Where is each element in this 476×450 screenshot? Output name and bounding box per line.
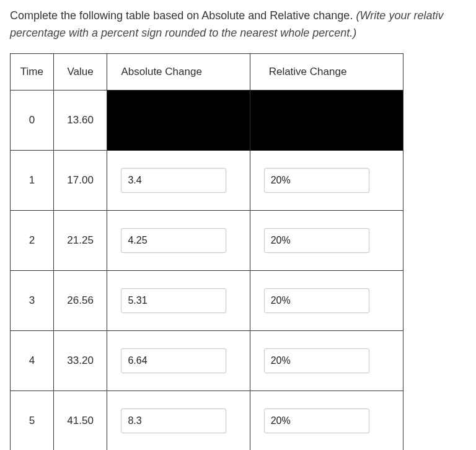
cell-value: 33.20	[53, 330, 107, 390]
header-absolute: Absolute Change	[107, 53, 250, 90]
cell-absolute-blocked	[107, 90, 250, 150]
table-row: 0 13.60	[11, 90, 403, 150]
relative-change-input[interactable]	[264, 408, 369, 433]
change-table: Time Value Absolute Change Relative Chan…	[10, 53, 403, 450]
question-prompt: Complete the following table based on Ab…	[10, 7, 466, 42]
absolute-change-input[interactable]	[121, 168, 226, 193]
table-row: 4 33.20	[11, 330, 403, 390]
cell-time: 4	[11, 330, 54, 390]
table-row: 2 21.25	[11, 210, 403, 270]
absolute-change-input[interactable]	[121, 288, 226, 313]
cell-relative-blocked	[250, 90, 403, 150]
cell-time: 0	[11, 90, 54, 150]
cell-time: 3	[11, 270, 54, 330]
relative-change-input[interactable]	[264, 228, 369, 253]
cell-value: 13.60	[53, 90, 107, 150]
header-time: Time	[11, 53, 54, 90]
absolute-change-input[interactable]	[121, 408, 226, 433]
absolute-change-input[interactable]	[121, 348, 226, 373]
relative-change-input[interactable]	[264, 168, 369, 193]
cell-time: 5	[11, 390, 54, 450]
cell-value: 26.56	[53, 270, 107, 330]
prompt-main: Complete the following table based on Ab…	[10, 9, 356, 22]
relative-change-input[interactable]	[264, 348, 369, 373]
absolute-change-input[interactable]	[121, 228, 226, 253]
cell-value: 21.25	[53, 210, 107, 270]
header-value: Value	[53, 53, 107, 90]
cell-value: 41.50	[53, 390, 107, 450]
header-relative: Relative Change	[250, 53, 403, 90]
relative-change-input[interactable]	[264, 288, 369, 313]
cell-time: 2	[11, 210, 54, 270]
table-row: 3 26.56	[11, 270, 403, 330]
cell-value: 17.00	[53, 150, 107, 210]
table-row: 5 41.50	[11, 390, 403, 450]
table-row: 1 17.00	[11, 150, 403, 210]
table-header-row: Time Value Absolute Change Relative Chan…	[11, 53, 403, 90]
cell-time: 1	[11, 150, 54, 210]
